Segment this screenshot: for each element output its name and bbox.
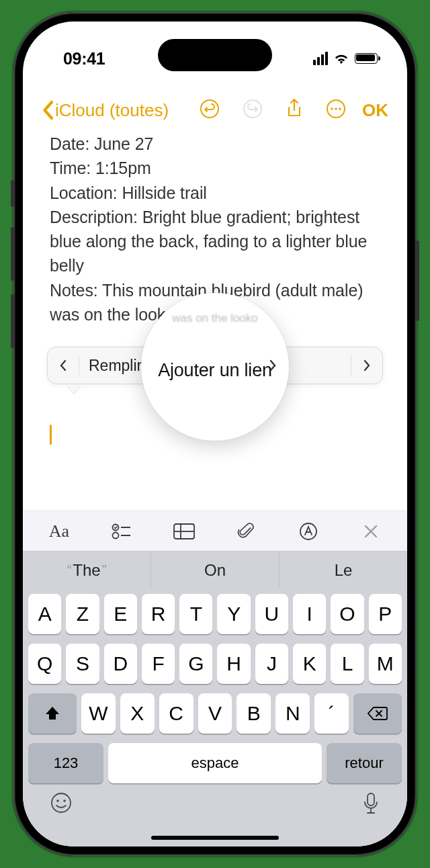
key-i[interactable]: I — [293, 594, 326, 634]
status-time: 09:41 — [63, 49, 105, 69]
keyboard: AZERTYUIOP QSDFGHJKLM WXCVBN´ 123 espace… — [23, 589, 407, 847]
close-toolbar-button[interactable] — [357, 523, 384, 539]
key-y[interactable]: Y — [217, 594, 250, 634]
text-format-button[interactable]: Aa — [46, 521, 73, 541]
key-t[interactable]: T — [179, 594, 212, 634]
note-line: Time: 1:15pm — [50, 156, 380, 180]
key-k[interactable]: K — [293, 644, 326, 684]
checklist-button[interactable] — [108, 523, 135, 540]
phone-frame: 09:41 iCloud (toutes) — [13, 12, 417, 856]
return-key[interactable]: retour — [327, 743, 402, 783]
paperclip-icon — [237, 521, 255, 541]
key-o[interactable]: O — [331, 594, 363, 634]
mic-icon — [361, 791, 380, 816]
markup-button[interactable] — [295, 522, 322, 541]
key-m[interactable]: M — [369, 644, 402, 684]
more-icon — [326, 99, 346, 119]
close-icon — [363, 523, 379, 539]
table-icon — [173, 523, 196, 540]
svg-point-3 — [331, 107, 333, 110]
key-g[interactable]: G — [179, 644, 212, 684]
delete-key[interactable] — [353, 693, 402, 734]
back-button[interactable]: iCloud (toutes) — [42, 100, 169, 121]
note-line: Location: Hillside trail — [50, 181, 380, 205]
menu-tail — [67, 386, 81, 394]
attach-button[interactable] — [232, 521, 259, 541]
menu-next-button[interactable] — [351, 359, 382, 372]
key-x[interactable]: X — [120, 693, 155, 734]
share-icon — [286, 98, 303, 120]
key-f[interactable]: F — [142, 644, 175, 684]
key-h[interactable]: H — [217, 644, 250, 684]
key-n[interactable]: N — [275, 693, 310, 734]
table-button[interactable] — [171, 523, 198, 540]
back-label: iCloud (toutes) — [55, 100, 169, 121]
delete-icon — [367, 705, 388, 722]
shift-icon — [44, 705, 61, 722]
svg-point-8 — [112, 532, 118, 538]
home-indicator[interactable] — [151, 836, 279, 840]
done-button[interactable]: OK — [362, 100, 388, 121]
key-v[interactable]: V — [198, 693, 232, 734]
key-l[interactable]: L — [331, 644, 363, 684]
key-d[interactable]: D — [104, 644, 137, 684]
emoji-icon — [50, 791, 73, 814]
suggestion-bar: The On Le — [23, 551, 407, 589]
power-button — [415, 241, 419, 321]
nav-bar: iCloud (toutes) OK — [23, 89, 407, 132]
svg-point-4 — [335, 107, 337, 110]
dictation-button[interactable] — [361, 791, 380, 818]
volume-down-button — [11, 294, 15, 348]
magnifier-blur-text: was on the looko — [172, 312, 258, 325]
cellular-icon — [313, 52, 328, 65]
chevron-right-icon — [363, 359, 371, 372]
share-button[interactable] — [286, 98, 303, 122]
wifi-icon — [333, 52, 349, 64]
format-toolbar: Aa — [23, 511, 407, 551]
key-u[interactable]: U — [255, 594, 288, 634]
key-j[interactable]: J — [255, 644, 288, 684]
volume-up-button — [11, 227, 15, 281]
svg-point-16 — [63, 799, 66, 802]
svg-point-15 — [56, 799, 59, 802]
menu-prev-button[interactable] — [48, 359, 79, 372]
markup-icon — [299, 522, 318, 541]
key-q[interactable]: Q — [28, 644, 61, 684]
key-p[interactable]: P — [369, 594, 402, 634]
magnifier: was on the looko Ajouter un lien — [141, 293, 289, 441]
key-w[interactable]: W — [81, 693, 116, 734]
note-line: Date: June 27 — [50, 132, 380, 156]
more-button[interactable] — [326, 99, 346, 122]
checklist-icon — [112, 523, 132, 540]
redo-button — [243, 99, 263, 122]
magnifier-main-text: Ajouter un lien — [158, 360, 272, 381]
key-c[interactable]: C — [159, 693, 194, 734]
screen: 09:41 iCloud (toutes) — [23, 21, 407, 847]
key-z[interactable]: Z — [66, 594, 99, 634]
dynamic-island — [158, 39, 272, 71]
svg-rect-17 — [368, 793, 374, 806]
space-key[interactable]: espace — [108, 743, 322, 783]
undo-icon — [200, 99, 220, 119]
chevron-right-icon — [269, 358, 277, 376]
status-right — [313, 52, 378, 65]
suggestion-3[interactable]: Le — [279, 552, 407, 589]
numbers-key[interactable]: 123 — [28, 743, 103, 783]
battery-icon — [355, 53, 378, 64]
key-´[interactable]: ´ — [314, 693, 349, 734]
emoji-button[interactable] — [50, 791, 73, 818]
chevron-left-icon — [59, 359, 67, 372]
key-r[interactable]: R — [142, 594, 175, 634]
key-s[interactable]: S — [66, 644, 99, 684]
key-b[interactable]: B — [236, 693, 271, 734]
suggestion-2[interactable]: On — [150, 552, 279, 589]
key-e[interactable]: E — [104, 594, 137, 634]
shift-key[interactable] — [28, 693, 77, 734]
suggestion-1[interactable]: The — [23, 552, 150, 589]
undo-button[interactable] — [200, 99, 220, 122]
svg-point-14 — [52, 793, 71, 812]
redo-icon — [243, 99, 263, 119]
key-a[interactable]: A — [28, 594, 61, 634]
side-button — [11, 180, 15, 207]
chevron-left-icon — [42, 100, 54, 120]
